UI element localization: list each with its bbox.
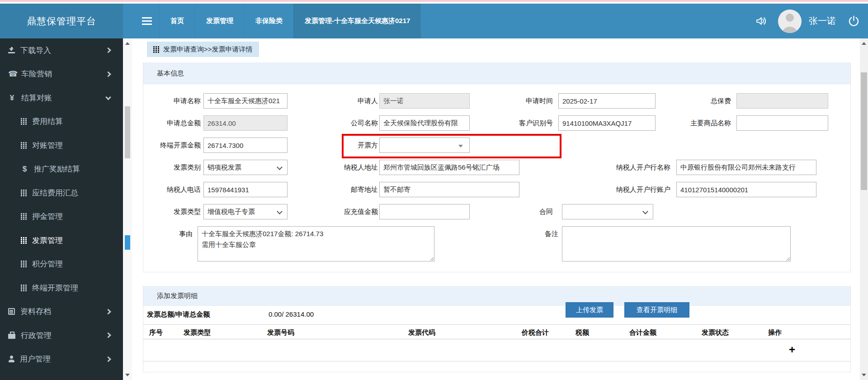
grid-icon: [21, 261, 27, 267]
tab-non-insurance[interactable]: 非保险类: [244, 4, 293, 38]
remark-label: 备注: [512, 226, 558, 242]
remark-textarea[interactable]: [562, 226, 791, 261]
brand-logo: 鼎慧保管理平台: [0, 4, 123, 38]
grid-icon: [21, 213, 27, 220]
taxpayer-bank-account-input[interactable]: [676, 182, 816, 197]
add-invoice-row-button[interactable]: +: [785, 339, 799, 361]
taxpayer-bank-name-input[interactable]: [676, 160, 816, 175]
navbar-right: 张一诺: [755, 4, 868, 38]
total-premium-input[interactable]: [736, 93, 828, 109]
terminal-invoice-amount-input[interactable]: [203, 138, 288, 153]
dollar-icon: $: [21, 165, 28, 173]
apply-time-label: 申请时间: [485, 93, 553, 109]
upload-invoice-button[interactable]: 上传发票: [566, 302, 613, 318]
apply-name-input[interactable]: [203, 93, 288, 109]
apply-time-input[interactable]: [558, 93, 656, 109]
recharge-amount-label: 应充值金额: [315, 204, 378, 219]
mailing-address-label: 邮寄地址: [315, 182, 378, 197]
breadcrumb-text: 发票申请查询>>发票申请详情: [163, 45, 253, 54]
scroll-up-arrow-icon[interactable]: [125, 42, 130, 45]
sidebar-item-promotion-reward-settlement[interactable]: $ 推广奖励结算: [0, 157, 123, 181]
sidebar-item-download-import[interactable]: 下载导入: [0, 38, 123, 62]
scroll-up-arrow-icon[interactable]: [862, 42, 866, 45]
taxpayer-bank-name-label: 纳税人开户行名称: [557, 160, 670, 175]
invoice-type-value: 增值税电子专票: [208, 208, 255, 216]
logout-power-icon[interactable]: [848, 15, 860, 27]
grid-icon: [21, 142, 27, 149]
col-价税合计: 价税合计: [522, 325, 549, 340]
mailing-address-input[interactable]: [379, 182, 519, 197]
view-invoicing-detail-button[interactable]: 查看开票明细: [624, 302, 689, 318]
chevron-right-icon: [105, 48, 111, 53]
col-发票状态: 发票状态: [702, 325, 729, 340]
col-税额: 税额: [576, 325, 589, 340]
tab-invoice-detail-active[interactable]: 发票管理-十全车服全天候惠济0217: [293, 4, 421, 38]
sidebar-item-label: 下载导入: [20, 45, 51, 56]
grid-icon: [21, 118, 27, 125]
invoice-category-label: 发票类别: [143, 160, 201, 175]
reason-label: 事由: [143, 226, 193, 242]
hamburger-menu-icon[interactable]: [135, 4, 159, 38]
sidebar-item-deposit-management[interactable]: 押金管理: [0, 205, 123, 229]
apply-total-amount-input[interactable]: [203, 115, 288, 131]
yen-icon: ¥: [8, 94, 16, 102]
grid-icon: [21, 237, 27, 244]
archive-icon: [8, 308, 15, 315]
reason-textarea[interactable]: [198, 226, 434, 261]
sidebar-item-terminal-invoicing-management[interactable]: 终端开票管理: [0, 276, 123, 300]
sidebar-item-label: 行政管理: [21, 330, 52, 341]
chevron-right-icon: [105, 71, 111, 77]
grid-icon: [21, 285, 27, 291]
sidebar-item-fee-settlement[interactable]: 费用结算: [0, 110, 123, 134]
applicant-input[interactable]: [379, 93, 470, 109]
col-序号: 序号: [149, 325, 163, 340]
sidebar-item-payable-fee-summary[interactable]: 应结费用汇总: [0, 181, 123, 205]
tab-invoice-management[interactable]: 发票管理: [195, 4, 244, 38]
tab-home[interactable]: 首页: [159, 4, 195, 38]
sidebar-item-points-management[interactable]: 积分管理: [0, 252, 123, 276]
contract-select[interactable]: [562, 204, 653, 219]
user-avatar[interactable]: [778, 10, 802, 33]
sidebar-item-clipped[interactable]: [0, 371, 123, 380]
invoice-category-select[interactable]: 销项税发票: [203, 160, 288, 175]
scroll-down-arrow-icon[interactable]: [862, 374, 866, 376]
sidebar-scrollbar[interactable]: [123, 38, 132, 380]
sidebar-item-invoice-management-active[interactable]: 发票管理: [0, 228, 123, 252]
invoice-type-select[interactable]: 增值税电子专票: [203, 204, 288, 219]
sidebar-item-label: 押金管理: [32, 211, 63, 222]
page-scrollbar[interactable]: [860, 38, 868, 380]
sidebar-item-label: 用户管理: [20, 354, 51, 364]
taxpayer-address-input[interactable]: [379, 160, 519, 175]
invoice-total-value: 0.00/ 26314.00: [269, 310, 314, 318]
customer-id-label: 客户识别号: [485, 115, 553, 131]
col-操作: 操作: [768, 325, 782, 340]
sidebar-item-settlement-reconciliation[interactable]: ¥ 结算对账: [0, 86, 123, 110]
sidebar-item-data-archive[interactable]: 资料存档: [0, 300, 123, 324]
basic-info-panel: 基本信息 申请名称 申请人 申请时间 总保费 申请总金额 公司名称 客户识别号 …: [143, 62, 851, 272]
applicant-label: 申请人: [315, 93, 378, 109]
sidebar-item-label: 资料存档: [20, 306, 51, 317]
scrollbar-thumb[interactable]: [861, 72, 867, 190]
sidebar-item-reconciliation-management[interactable]: 对账管理: [0, 133, 123, 157]
sidebar-item-label: 发票管理: [32, 235, 63, 246]
sidebar-item-administration[interactable]: 行政管理: [0, 323, 123, 347]
scroll-down-arrow-icon[interactable]: [125, 374, 130, 376]
recharge-amount-input[interactable]: [379, 204, 470, 219]
basic-info-title: 基本信息: [143, 62, 850, 84]
speaker-icon[interactable]: [755, 15, 767, 27]
company-name-input[interactable]: [379, 115, 470, 131]
sidebar-item-auto-insurance-marketing[interactable]: ☎ 车险营销: [0, 62, 123, 86]
sidebar-item-user-management[interactable]: 用户管理: [0, 347, 123, 371]
taxpayer-phone-label: 纳税人电话: [143, 182, 201, 197]
user-name: 张一诺: [809, 15, 836, 27]
main-product-name-input[interactable]: [736, 115, 828, 131]
customer-id-input[interactable]: [558, 115, 656, 131]
chevron-right-icon: [105, 356, 111, 362]
scrollbar-thumb-blue[interactable]: [125, 235, 130, 250]
briefcase-icon: [8, 334, 15, 339]
taxpayer-phone-input[interactable]: [203, 182, 288, 197]
invoicing-party-select[interactable]: [379, 138, 470, 153]
sidebar-item-label: 积分管理: [32, 259, 63, 269]
sidebar-item-label: 应结费用汇总: [32, 188, 78, 198]
scrollbar-thumb[interactable]: [125, 106, 130, 158]
